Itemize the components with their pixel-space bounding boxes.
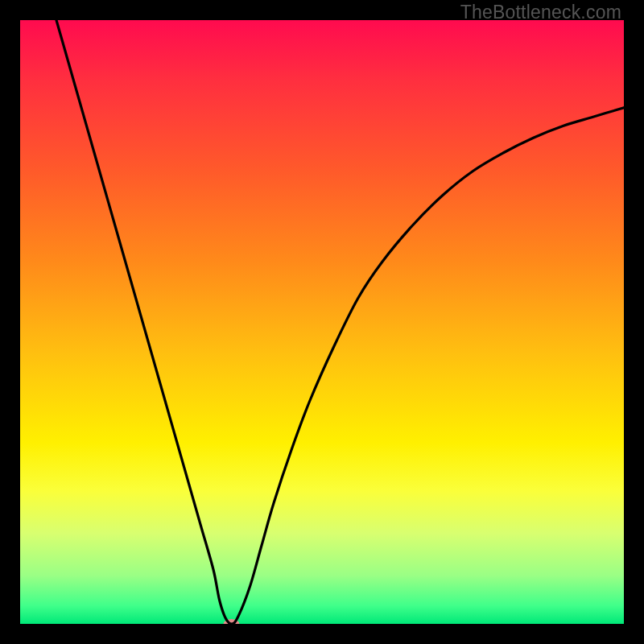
chart-frame [20, 20, 624, 624]
chart-svg [20, 20, 624, 624]
chart-background [20, 20, 624, 624]
watermark-text: TheBottleneck.com [460, 2, 621, 23]
